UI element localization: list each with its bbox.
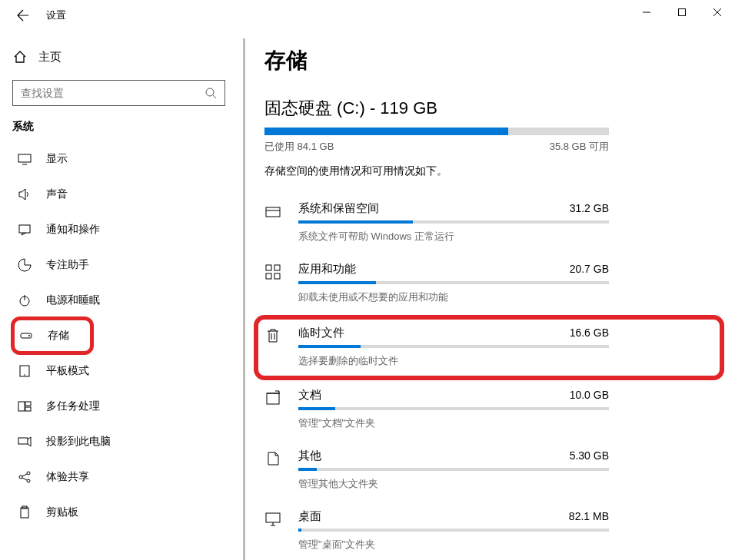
svg-point-1 — [206, 88, 214, 96]
desktop-icon — [264, 509, 298, 528]
back-button[interactable] — [14, 6, 32, 25]
focus-icon — [15, 258, 34, 272]
category-size: 10.0 GB — [570, 389, 609, 401]
category-title: 桌面 — [298, 509, 321, 524]
search-input-container[interactable] — [12, 80, 225, 106]
sidebar-item-label: 通知和操作 — [46, 223, 100, 237]
category-other[interactable]: 其他5.30 GB管理其他大文件夹 — [264, 441, 704, 502]
sidebar-item-label: 体验共享 — [46, 470, 89, 484]
sidebar-item-shared[interactable]: 体验共享 — [12, 459, 225, 495]
category-temp[interactable]: 临时文件16.6 GB选择要删除的临时文件 — [258, 320, 720, 376]
svg-rect-19 — [266, 265, 271, 270]
svg-rect-24 — [266, 513, 280, 522]
category-desc: 系统文件可帮助 Windows 正常运行 — [298, 230, 609, 244]
drive-title: 固态硬盘 (C:) - 119 GB — [264, 97, 704, 120]
maximize-button[interactable] — [664, 0, 700, 25]
svg-rect-2 — [18, 154, 31, 162]
svg-rect-21 — [266, 273, 271, 279]
svg-point-14 — [27, 472, 30, 475]
category-desc: 选择要删除的临时文件 — [298, 354, 609, 368]
tablet-icon — [15, 364, 34, 378]
free-label: 35.8 GB 可用 — [550, 140, 609, 154]
project-icon — [15, 435, 34, 449]
scrollbar[interactable] — [243, 38, 245, 560]
section-header: 系统 — [12, 120, 225, 134]
sidebar-item-label: 声音 — [46, 187, 68, 201]
notify-icon — [15, 223, 34, 237]
sidebar-item-clipboard[interactable]: 剪贴板 — [12, 495, 225, 530]
sidebar-item-label: 电源和睡眠 — [46, 293, 100, 307]
sidebar-item-label: 多任务处理 — [46, 399, 100, 413]
category-size: 16.6 GB — [570, 326, 609, 339]
category-desc: 卸载未使用或不想要的应用和功能 — [298, 290, 609, 304]
svg-point-8 — [24, 374, 25, 376]
usage-desc: 存储空间的使用情况和可用情况如下。 — [264, 164, 704, 178]
category-desc: 管理"文档"文件夹 — [298, 416, 609, 430]
sidebar-item-multitask[interactable]: 多任务处理 — [12, 389, 225, 424]
category-bar — [298, 407, 609, 410]
window-title: 设置 — [46, 8, 66, 22]
home-icon — [12, 50, 28, 64]
svg-rect-20 — [274, 265, 280, 270]
sidebar-item-tablet[interactable]: 平板模式 — [12, 353, 225, 389]
svg-rect-22 — [274, 273, 280, 279]
category-bar — [298, 468, 609, 471]
used-label: 已使用 84.1 GB — [264, 140, 334, 154]
apps-icon — [264, 262, 298, 280]
sidebar-item-storage[interactable]: 存储 — [12, 318, 92, 353]
sidebar-item-display[interactable]: 显示 — [12, 141, 225, 177]
category-title: 文档 — [298, 388, 321, 403]
sidebar-item-label: 存储 — [48, 329, 69, 343]
system-icon — [264, 201, 298, 220]
sidebar-item-focus[interactable]: 专注助手 — [12, 247, 225, 283]
category-bar — [298, 529, 609, 532]
sidebar-item-label: 剪贴板 — [46, 505, 78, 519]
sidebar-item-project[interactable]: 投影到此电脑 — [12, 424, 225, 459]
category-desktop[interactable]: 桌面82.1 MB管理"桌面"文件夹 — [264, 502, 704, 560]
category-desc: 管理"桌面"文件夹 — [298, 538, 609, 552]
svg-point-6 — [28, 335, 30, 336]
category-size: 20.7 GB — [570, 263, 609, 275]
category-system[interactable]: 系统和保留空间31.2 GB系统文件可帮助 Windows 正常运行 — [264, 194, 704, 254]
clipboard-icon — [15, 505, 34, 519]
svg-point-13 — [19, 476, 22, 479]
usage-bar — [264, 128, 609, 135]
sidebar-item-power[interactable]: 电源和睡眠 — [12, 283, 225, 318]
category-docs[interactable]: 文档10.0 GB管理"文档"文件夹 — [264, 380, 704, 441]
svg-rect-10 — [25, 402, 31, 406]
category-bar — [298, 220, 609, 224]
category-size: 5.30 GB — [570, 449, 609, 462]
search-input[interactable] — [21, 87, 205, 99]
power-icon — [15, 293, 34, 307]
other-icon — [264, 449, 298, 467]
shared-icon — [15, 470, 34, 484]
close-button[interactable] — [700, 0, 735, 25]
category-title: 应用和功能 — [298, 262, 356, 277]
svg-rect-3 — [19, 225, 30, 233]
storage-icon — [17, 329, 35, 343]
sidebar-item-notify[interactable]: 通知和操作 — [12, 212, 225, 247]
category-bar — [298, 281, 609, 284]
category-bar — [298, 345, 609, 348]
svg-rect-18 — [266, 207, 280, 217]
sidebar-item-label: 显示 — [46, 152, 68, 166]
search-icon — [205, 87, 217, 99]
svg-rect-0 — [679, 9, 686, 16]
home-link[interactable]: 主页 — [12, 41, 225, 72]
category-title: 其他 — [298, 449, 321, 463]
category-apps[interactable]: 应用和功能20.7 GB卸载未使用或不想要的应用和功能 — [264, 254, 704, 315]
sidebar-item-label: 专注助手 — [46, 258, 89, 272]
temp-icon — [264, 326, 298, 344]
minimize-button[interactable] — [629, 0, 664, 25]
sidebar-item-label: 平板模式 — [46, 364, 89, 378]
sidebar-item-sound[interactable]: 声音 — [12, 177, 225, 212]
home-label: 主页 — [38, 50, 62, 65]
category-size: 82.1 MB — [569, 510, 609, 522]
svg-rect-11 — [25, 407, 31, 411]
display-icon — [15, 152, 34, 166]
category-desc: 管理其他大文件夹 — [298, 477, 609, 491]
svg-rect-12 — [18, 438, 28, 444]
multitask-icon — [15, 399, 34, 413]
category-size: 31.2 GB — [570, 202, 609, 214]
page-title: 存储 — [264, 46, 704, 75]
